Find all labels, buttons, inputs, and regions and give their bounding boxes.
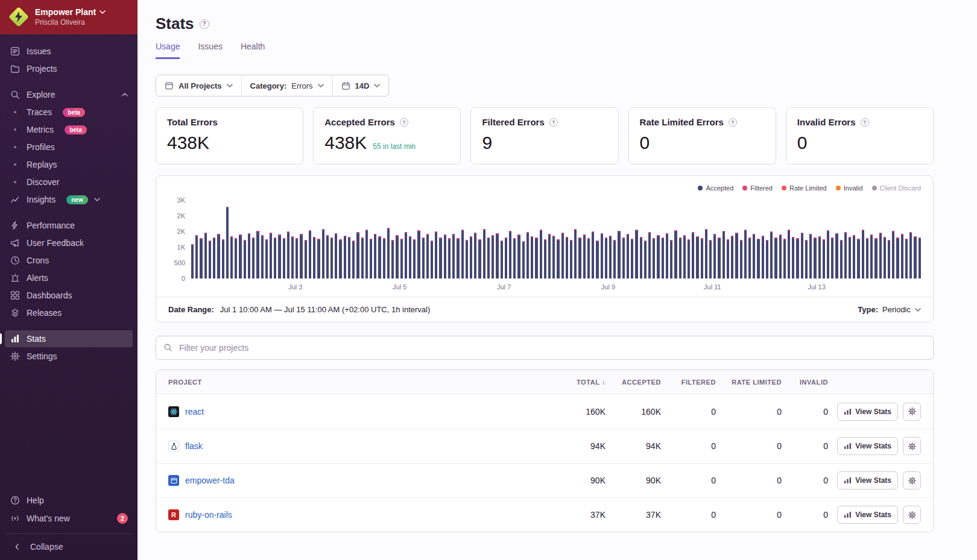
chart-bar[interactable]	[879, 233, 882, 278]
chart-bar[interactable]	[235, 238, 237, 278]
chart-bar[interactable]	[731, 236, 733, 278]
sidebar-item-help[interactable]: Help	[5, 492, 133, 509]
sidebar-item-crons[interactable]: Crons	[5, 252, 133, 269]
chart-bar[interactable]	[688, 239, 690, 278]
sidebar-item-dashboards[interactable]: Dashboards	[5, 287, 133, 304]
chart-bar[interactable]	[735, 233, 738, 278]
chart-bar[interactable]	[762, 236, 764, 278]
chart-bar[interactable]	[566, 237, 568, 278]
project-settings-button[interactable]	[903, 437, 921, 455]
chart-bar[interactable]	[383, 238, 385, 278]
legend-item-invalid[interactable]: Invalid	[836, 184, 863, 192]
project-link[interactable]: ruby-on-rails	[185, 510, 232, 520]
chart-bar[interactable]	[496, 233, 498, 278]
chart-bar[interactable]	[774, 238, 777, 278]
chart-bar[interactable]	[601, 233, 603, 278]
chart-bar[interactable]	[840, 240, 843, 278]
chart-bar[interactable]	[809, 234, 812, 278]
chart-bar[interactable]	[862, 230, 864, 278]
chart-bar[interactable]	[901, 234, 903, 278]
chart-bar[interactable]	[557, 239, 559, 278]
legend-item-filtered[interactable]: Filtered	[742, 184, 773, 192]
chart-bar[interactable]	[561, 233, 564, 278]
chart-bar[interactable]	[631, 239, 633, 278]
chart-bar[interactable]	[753, 234, 755, 278]
chart-bar[interactable]	[905, 239, 908, 278]
chart-bar[interactable]	[605, 238, 607, 278]
view-stats-button[interactable]: View Stats	[837, 471, 898, 489]
chart-bar[interactable]	[457, 238, 459, 278]
chart-bar[interactable]	[339, 239, 341, 278]
chart-bar[interactable]	[722, 231, 725, 278]
project-filter-dropdown[interactable]: All Projects	[156, 75, 241, 96]
chart-bar[interactable]	[470, 236, 472, 278]
chart-bar[interactable]	[540, 230, 542, 278]
sidebar-item-replays[interactable]: Replays	[5, 156, 133, 173]
help-icon[interactable]: ?	[549, 118, 558, 127]
chart-bar[interactable]	[248, 233, 250, 278]
chart-bar[interactable]	[666, 233, 668, 278]
chart-bar[interactable]	[265, 239, 268, 278]
sidebar-item-projects[interactable]: Projects	[5, 60, 133, 77]
chart-bar[interactable]	[674, 230, 677, 278]
chart-bar[interactable]	[317, 239, 320, 278]
col-invalid[interactable]: Invalid	[782, 379, 828, 386]
chart-bar[interactable]	[466, 240, 468, 278]
help-icon[interactable]: ?	[400, 118, 408, 127]
legend-item-accepted[interactable]: Accepted	[698, 184, 733, 192]
chart-bar[interactable]	[439, 238, 441, 278]
chart-bar[interactable]	[252, 238, 255, 278]
chart-bar[interactable]	[823, 239, 825, 278]
project-settings-button[interactable]	[903, 506, 921, 524]
sidebar-item-settings[interactable]: Settings	[5, 348, 133, 365]
sidebar-item-alerts[interactable]: Alerts	[5, 269, 133, 286]
sidebar-item-traces[interactable]: Traces beta	[5, 104, 133, 121]
chart-bar[interactable]	[849, 237, 851, 278]
chart-bar[interactable]	[291, 236, 294, 278]
chart-bar[interactable]	[748, 238, 751, 278]
chart-bar[interactable]	[501, 241, 503, 278]
chart-bar[interactable]	[574, 229, 577, 278]
chart-bar[interactable]	[300, 234, 302, 278]
chart-bar[interactable]	[356, 232, 359, 278]
chart-bar[interactable]	[452, 234, 455, 278]
tab-usage[interactable]: Usage	[156, 42, 180, 59]
chart-bar[interactable]	[200, 238, 202, 278]
chart-bar[interactable]	[866, 238, 868, 278]
chart-bar[interactable]	[278, 234, 280, 278]
sidebar-item-insights[interactable]: Insights new	[5, 191, 133, 208]
chart-bar[interactable]	[796, 238, 798, 278]
chart-bar[interactable]	[718, 238, 720, 278]
chart-bar[interactable]	[413, 239, 416, 278]
legend-item-rate-limited[interactable]: Rate Limited	[782, 184, 827, 192]
chart-bar[interactable]	[309, 230, 311, 278]
col-rate-limited[interactable]: Rate Limited	[716, 379, 782, 386]
chart-bar[interactable]	[396, 235, 398, 278]
chart-bar[interactable]	[400, 239, 403, 278]
chart-bar[interactable]	[217, 234, 220, 278]
chart-bar[interactable]	[544, 239, 546, 278]
chart-bar[interactable]	[914, 236, 916, 278]
chart-bar[interactable]	[713, 234, 716, 278]
chart-bar[interactable]	[448, 238, 451, 278]
chart-bar[interactable]	[548, 234, 551, 278]
chart-bar[interactable]	[648, 232, 651, 278]
chart-bar[interactable]	[792, 237, 794, 278]
chart-bar[interactable]	[783, 239, 786, 278]
chart-bar[interactable]	[744, 230, 747, 278]
col-project[interactable]: Project	[168, 379, 548, 386]
chart-bar[interactable]	[827, 230, 829, 278]
view-stats-button[interactable]: View Stats	[837, 437, 898, 455]
sidebar-item-metrics[interactable]: Metrics beta	[5, 121, 133, 138]
chart-bar[interactable]	[344, 236, 346, 278]
chart-bar[interactable]	[857, 239, 859, 278]
sidebar-item-explore[interactable]: Explore	[5, 86, 133, 103]
chart-bar[interactable]	[701, 238, 703, 278]
chart-bar[interactable]	[191, 244, 194, 278]
help-icon[interactable]: ?	[729, 118, 737, 127]
chart-bar[interactable]	[478, 239, 481, 278]
chart-bar[interactable]	[909, 232, 912, 278]
chart-bar[interactable]	[531, 236, 533, 278]
chart-bar[interactable]	[740, 240, 742, 278]
chart-bar[interactable]	[570, 240, 572, 278]
